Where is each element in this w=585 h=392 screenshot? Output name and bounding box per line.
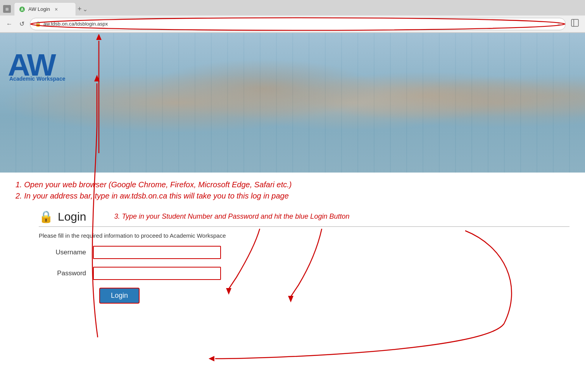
login-divider	[39, 226, 569, 227]
login-description: Please fill in the required information …	[39, 232, 569, 239]
svg-marker-10	[209, 356, 214, 361]
username-label: Username	[39, 249, 93, 256]
aw-logo: AW	[8, 45, 101, 79]
password-input[interactable]	[93, 267, 221, 280]
svg-rect-3	[571, 19, 578, 26]
login-section: 🔒 Login 3. Type in your Student Number a…	[0, 207, 585, 307]
sidebar-icon	[571, 19, 579, 27]
browser-tab-active[interactable]: A AW Login ×	[14, 2, 76, 16]
tab-title: AW Login	[28, 6, 50, 12]
browser-chrome: ⊞ A AW Login × + ⌄ ← ↺ 🔒 aw.tdsb.on.ca/t…	[0, 0, 585, 33]
username-row: Username	[39, 246, 569, 259]
login-button[interactable]: Login	[99, 288, 140, 304]
url-oval-annotation	[29, 17, 566, 31]
svg-text:A: A	[21, 7, 23, 12]
sidebar-toggle-button[interactable]	[569, 17, 580, 30]
instruction-step3: 3. Type in your Student Number and Passw…	[114, 212, 349, 221]
svg-marker-6	[96, 34, 102, 40]
lock-icon-large: 🔒	[39, 210, 53, 223]
address-bar-row: ← ↺ 🔒 aw.tdsb.on.ca/tdsblogin.aspx ≡	[0, 16, 585, 33]
instruction-step1: 1. Open your web browser (Google Chrome,…	[16, 180, 569, 189]
password-row: Password	[39, 267, 569, 280]
login-title: Login	[58, 210, 86, 223]
tab-close-button[interactable]: ×	[55, 6, 58, 12]
back-button[interactable]: ←	[5, 19, 14, 29]
instruction-step2: 2. In your address bar, type in aw.tdsb.…	[16, 192, 569, 200]
page-content: AW Academic Workspace 1. Open your web b…	[0, 33, 585, 392]
tab-favicon: A	[19, 6, 25, 12]
refresh-button[interactable]: ↺	[18, 19, 26, 29]
reader-mode-icon[interactable]: ≡	[557, 21, 561, 27]
username-input[interactable]	[93, 246, 221, 259]
address-bar[interactable]: 🔒 aw.tdsb.on.ca/tdsblogin.aspx ≡	[30, 18, 566, 30]
url-text: aw.tdsb.on.ca/tdsblogin.aspx	[43, 21, 108, 27]
tab-bar: ⊞ A AW Login × + ⌄	[0, 0, 585, 16]
new-tab-button[interactable]: +	[78, 5, 82, 13]
logo-area: AW Academic Workspace	[8, 45, 101, 82]
tab-dropdown-button[interactable]: ⌄	[83, 5, 88, 13]
lock-icon: 🔒	[35, 21, 41, 27]
svg-text:AW: AW	[8, 48, 56, 79]
instructions-section: 1. Open your web browser (Google Chrome,…	[0, 173, 585, 207]
password-label: Password	[39, 269, 93, 277]
hero-section: AW Academic Workspace	[0, 33, 585, 173]
login-header: 🔒 Login 3. Type in your Student Number a…	[39, 210, 569, 223]
login-button-row: Login	[99, 288, 569, 304]
svg-point-2	[31, 17, 565, 30]
